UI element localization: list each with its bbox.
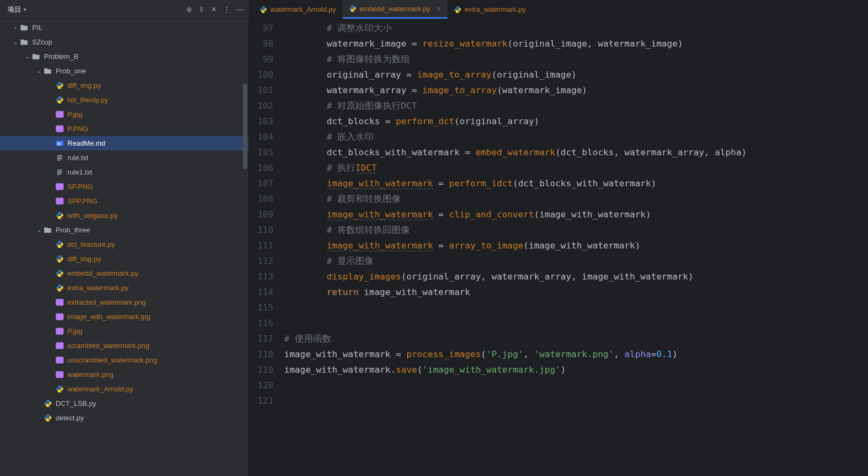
tab-label: embedd_watermark.py — [360, 5, 430, 13]
code-content[interactable]: # 调整水印大小 watermark_image = resize_waterm… — [284, 19, 868, 476]
chevron-icon[interactable]: › — [12, 25, 19, 31]
tree-item[interactable]: scrambled_watermark.png — [0, 338, 248, 353]
img-icon — [55, 298, 64, 306]
editor-tab[interactable]: extra_watermark.py — [447, 0, 532, 19]
tab-label: extra_watermark.py — [465, 5, 526, 13]
close-tab-icon[interactable]: × — [437, 4, 441, 13]
tree-item[interactable]: diff_img.py — [0, 252, 248, 266]
python-file-icon — [454, 6, 461, 13]
img-icon — [55, 342, 64, 350]
img-icon — [55, 371, 64, 379]
chevron-icon[interactable]: ⌄ — [35, 227, 43, 233]
tree-item-label: image_with_watermark.jpg — [67, 313, 150, 321]
tree-item[interactable]: detect.py — [0, 411, 248, 425]
tree-item[interactable]: ⌄Prob_one — [0, 64, 248, 78]
tree-item-label: rule.txt — [67, 154, 88, 162]
tree-item[interactable]: P.jpg — [0, 324, 248, 338]
code-editor[interactable]: 9798991001011021031041051061071081091101… — [249, 19, 868, 476]
locate-icon[interactable]: ⊕ — [186, 5, 192, 13]
tree-item[interactable]: rule.txt — [0, 150, 248, 165]
py-icon — [55, 81, 64, 89]
folder-icon — [19, 24, 29, 32]
tree-item[interactable]: SP.PNG — [0, 179, 248, 194]
img-icon — [55, 356, 64, 364]
tree-item-label: SPP.PNG — [67, 197, 97, 205]
img-icon — [55, 197, 64, 205]
py-icon — [55, 284, 64, 292]
tree-item[interactable]: watermark.png — [0, 367, 248, 382]
tree-item-label: SP.PNG — [67, 183, 93, 191]
tree-item[interactable]: unscrambled_watermark.png — [0, 353, 248, 367]
tree-item-label: Prob_three — [56, 226, 90, 234]
folder-icon — [19, 38, 29, 46]
tree-item[interactable]: diff_img.py — [0, 78, 248, 93]
editor-tab[interactable]: watermark_Arnold.py — [253, 0, 342, 19]
tree-item-label: unscrambled_watermark.png — [67, 356, 157, 364]
tree-item[interactable]: ⌄SZcup — [0, 35, 248, 49]
tree-item[interactable]: watermark_Arnold.py — [0, 382, 248, 396]
tree-item[interactable]: P.PNG — [0, 122, 248, 136]
python-file-icon — [260, 6, 267, 13]
py-icon — [55, 385, 64, 393]
tree-item[interactable]: embedd_watermark.py — [0, 266, 248, 281]
tree-item-label: extracted_watermark.png — [67, 298, 146, 306]
tree-item[interactable]: ›PIL — [0, 20, 248, 35]
chevron-icon[interactable]: ⌄ — [12, 39, 19, 45]
tree-item-label: SZcup — [32, 38, 52, 46]
folder-icon — [31, 52, 41, 61]
tree-item-label: DCT_LSB.py — [56, 399, 96, 407]
expand-all-icon[interactable]: ⇳ — [199, 5, 204, 13]
line-gutter: 9798991001011021031041051061071081091101… — [249, 19, 284, 476]
tree-item[interactable]: image_with_watermark.jpg — [0, 309, 248, 324]
tree-item[interactable]: lsb_theoty.py — [0, 93, 248, 107]
tree-item[interactable]: extracted_watermark.png — [0, 295, 248, 309]
txt-icon — [55, 154, 64, 162]
img-icon — [55, 110, 64, 118]
tree-item[interactable]: ⌄Problem_B — [0, 49, 248, 64]
project-title[interactable]: 项目 ▾ — [7, 5, 26, 14]
tree-item[interactable]: P.jpg — [0, 107, 248, 122]
project-tree[interactable]: ›PIL⌄SZcup⌄Problem_B⌄Prob_onediff_img.py… — [0, 19, 249, 476]
python-file-icon — [349, 5, 356, 12]
tree-item-label: extra_watermark.py — [67, 284, 128, 292]
tree-item-label: Prob_one — [56, 67, 86, 75]
folder-icon — [43, 67, 52, 75]
tree-item[interactable]: with_stegano.py — [0, 208, 248, 223]
tree-item-label: dct_feacture.py — [67, 240, 115, 248]
img-icon — [55, 183, 64, 191]
tree-item-label: P.jpg — [67, 110, 82, 118]
py-icon — [55, 269, 64, 277]
py-icon — [55, 96, 64, 104]
tree-item-label: watermark_Arnold.py — [67, 385, 133, 393]
folder-icon — [43, 226, 52, 234]
tree-item-label: watermark.png — [67, 371, 113, 379]
minimize-icon[interactable]: — — [237, 5, 243, 13]
tree-item[interactable]: extra_watermark.py — [0, 281, 248, 295]
chevron-icon[interactable]: ⌄ — [35, 68, 43, 74]
close-icon[interactable]: ✕ — [211, 5, 217, 13]
img-icon — [55, 327, 64, 335]
tree-item-label: P.jpg — [67, 327, 82, 335]
tree-item[interactable]: ReadMe.md — [0, 136, 248, 150]
tree-item[interactable]: dct_feacture.py — [0, 237, 248, 252]
tree-item[interactable]: SPP.PNG — [0, 194, 248, 208]
tree-item[interactable]: ⌄Prob_three — [0, 223, 248, 237]
tree-item[interactable]: DCT_LSB.py — [0, 396, 248, 411]
tree-item[interactable]: rule1.txt — [0, 165, 248, 179]
tree-item-label: rule1.txt — [67, 168, 92, 176]
tree-item-label: scrambled_watermark.png — [67, 342, 149, 350]
tree-item-label: PIL — [32, 24, 43, 32]
tree-item-label: P.PNG — [67, 125, 88, 133]
tab-label: watermark_Arnold.py — [270, 5, 336, 13]
tree-item-label: ReadMe.md — [67, 139, 105, 147]
txt-icon — [55, 168, 64, 176]
editor-tab[interactable]: embedd_watermark.py× — [342, 0, 447, 19]
py-icon — [55, 211, 64, 220]
tree-item-label: Problem_B — [44, 52, 78, 61]
py-icon — [43, 414, 52, 422]
more-icon[interactable]: ⋮ — [223, 5, 230, 13]
scrollbar-thumb[interactable] — [243, 84, 247, 169]
tree-item-label: embedd_watermark.py — [67, 269, 138, 277]
chevron-icon[interactable]: ⌄ — [24, 54, 31, 59]
py-icon — [43, 399, 52, 407]
